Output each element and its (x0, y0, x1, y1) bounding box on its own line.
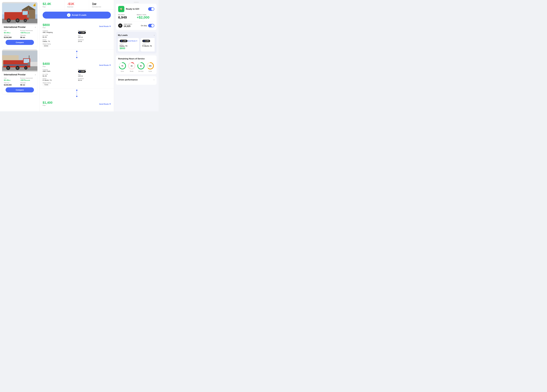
route-connector-2 (40, 88, 114, 98)
gauge-value-on-duty: 8h (140, 65, 142, 67)
pickup-group-1: Pickup Dallas, TX (43, 39, 75, 42)
ready-card: 💵 Ready to GO! BALANCE 6,949 WEEKLY GOAL… (116, 4, 157, 30)
compare-button-2[interactable]: Compare (6, 87, 34, 93)
shipper-group-2: Shipper Rating 7.5/10 (43, 82, 75, 86)
uber-section: U UBER POINTS 14,325 On duty (118, 24, 154, 28)
svg-rect-15 (28, 8, 29, 11)
truck-stats-1: Cost $0.49/mi Business improvement +$575… (4, 30, 36, 38)
svg-point-25 (7, 67, 9, 69)
send-route-icon-right-1: ✈ (136, 40, 137, 42)
truck-chevron-1[interactable]: › (35, 26, 36, 28)
truck-chevron-2[interactable]: › (35, 73, 36, 76)
duty-section: On duty (141, 24, 154, 27)
truck-improvement-group-2: Business improvement +$575/month (20, 77, 36, 81)
hos-gauges: 7h Drive 1h Break 8h On-Duty 36h Cycle (118, 62, 154, 72)
uber-info: UBER POINTS 14,325 (124, 24, 132, 28)
send-route-icon-2: ✈ (109, 64, 111, 66)
loads-scroll: 1,200 Send Route ✈ Load 1 Dallas, TX $80… (118, 38, 155, 52)
truck-info-2: International Prostar › Cost $0.49/mi Bu… (2, 72, 37, 93)
truck-cost-group-2: Cost $0.49/mi (4, 77, 19, 81)
stat-pays: $2.4K Pays (40, 0, 64, 10)
customer-group-2: Customer AMC Parts (43, 69, 75, 73)
svg-rect-31 (3, 65, 27, 66)
toggle-thumb (151, 8, 154, 10)
shield-icon: ✓ (67, 13, 70, 17)
pickup-group-2: Pickup Ft Worth, TX (43, 78, 75, 81)
route-line-1 (77, 52, 77, 57)
truck-total-cost-group-2: Total Cost $139,500 (4, 82, 19, 86)
gauge-value-break: 1h (131, 65, 133, 67)
truck-image-2 (2, 50, 37, 72)
truck-title-1: International Prostar › (4, 26, 36, 28)
reward-group-2: Reward Points 3,000 (78, 69, 111, 73)
truck-odometer-group-2: Odometer 96 mi (20, 82, 36, 86)
perf-chevron[interactable]: › (154, 79, 154, 81)
weekly-goal-group: WEEKLY GOAL +$2,000 (137, 14, 154, 20)
route-connector-1 (40, 49, 114, 60)
load-item-1: $800 Pays Send Route ✈ Customer ABC Ship… (40, 20, 114, 49)
miles-group-2: Miles 126 mi (78, 74, 111, 77)
reward-badge-2: 3,000 (78, 70, 86, 73)
truck-odometer-group: Odometer 96 mi (20, 35, 36, 38)
route-line-2 (77, 91, 77, 96)
route-dot-top-2 (76, 90, 77, 91)
duty-toggle[interactable] (148, 24, 154, 27)
shipper-group-1: Shipper Rating 8.9/10 (43, 43, 75, 47)
route-dot-bottom-1 (76, 57, 77, 58)
compare-button-1[interactable]: Compare (6, 40, 34, 45)
truck-info-1: International Prostar › Cost $0.49/mi Bu… (2, 24, 37, 45)
right-panel: 💵 Ready to GO! BALANCE 6,949 WEEKLY GOAL… (114, 0, 158, 111)
gauge-break: 1h Break (127, 62, 136, 72)
gauge-on-duty: 8h On-Duty (137, 62, 145, 72)
gauge-name-cycle: Cycle (149, 71, 152, 72)
gauge-cycle: 36h Cycle (146, 62, 154, 72)
my-loads-chevron[interactable]: › (154, 34, 155, 37)
my-load-card-2: 3,000 Load 2 Ft Worth, TX (141, 38, 155, 52)
truck-image-1: 💰 (2, 2, 37, 24)
miles-group-1: Miles 162 mi (78, 35, 111, 38)
svg-rect-23 (28, 62, 30, 66)
stat-time: 1w Estimated time (89, 0, 114, 10)
stat-expenses: -$1K Expenses (64, 0, 89, 10)
my-load-send-1[interactable]: Send Route ✈ (127, 40, 137, 42)
send-route-2[interactable]: Send Route ✈ (99, 64, 111, 66)
uber-left: U UBER POINTS 14,325 (118, 24, 132, 28)
perf-header: Driver performance › (118, 79, 154, 81)
gauge-name-break: Break (130, 71, 133, 72)
duty-toggle-thumb (151, 24, 154, 27)
send-route-3[interactable]: Send Route ✈ (99, 103, 111, 105)
truck-total-cost-group: Total Cost $139,500 (4, 35, 19, 38)
send-route-icon-3: ✈ (109, 103, 111, 105)
balance-section: BALANCE 6,949 WEEKLY GOAL +$2,000 (118, 14, 154, 21)
accept-btn-wrap: ✓ Accept 3 Loads (40, 10, 114, 20)
my-load-card-header-1: 1,200 Send Route ✈ (120, 40, 137, 42)
ready-toggle[interactable] (148, 7, 154, 11)
send-route-1[interactable]: Send Route ✈ (99, 25, 111, 27)
svg-point-27 (17, 67, 19, 69)
my-load-card-1: 1,200 Send Route ✈ Load 1 Dallas, TX $80… (118, 38, 139, 52)
truck-card-2: International Prostar › Cost $0.49/mi Bu… (2, 49, 38, 94)
svg-point-29 (25, 67, 27, 69)
svg-point-10 (8, 20, 10, 21)
customer-group-1: Customer ABC Shipping (43, 30, 75, 34)
truck-badge-1: 💰 (33, 3, 36, 7)
cpm-group-2: Est. CPM $1.29 (43, 74, 75, 77)
reward-group-1: Reward Points 1,200 (78, 30, 111, 34)
load-header-2: $400 Pays Send Route ✈ (43, 62, 111, 68)
reward-badge-1: 1,200 (78, 31, 86, 34)
svg-point-14 (25, 20, 26, 21)
load-item-3: $1,400 Pays Send Route ✈ (40, 98, 114, 110)
truck-improvement-group: Business improvement +$575/month (20, 30, 36, 34)
truck-cost-group: Cost $0.49/mi (4, 30, 19, 34)
ready-header: 💵 Ready to GO! (118, 6, 154, 12)
svg-rect-7 (22, 11, 28, 15)
accept-loads-button[interactable]: ✓ Accept 3 Loads (43, 12, 111, 19)
my-load-reward-1: 1,200 (120, 40, 127, 42)
route-dot-top-1 (76, 51, 77, 52)
driver-performance-section: Driver performance › (116, 76, 157, 85)
gauge-drive: 7h Drive (118, 62, 126, 72)
send-route-icon-1: ✈ (109, 25, 111, 27)
truck-card-1: 💰 International Prostar › Cost $0.49/mi (2, 2, 38, 47)
svg-rect-30 (29, 55, 29, 59)
drag-handle (116, 2, 157, 2)
